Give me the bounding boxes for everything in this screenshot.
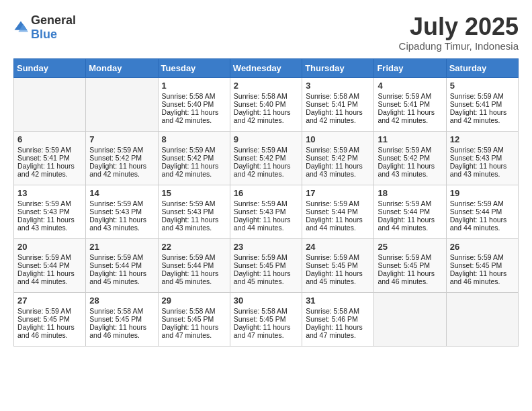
sunrise-text: Sunrise: 5:59 AM [162,199,226,208]
calendar-cell [446,292,518,346]
day-header-sunday: Sunday [14,58,86,77]
logo-general-text: General [31,13,76,27]
calendar-cell: 5Sunrise: 5:59 AMSunset: 5:41 PMDaylight… [446,77,518,131]
sunrise-text: Sunrise: 5:59 AM [378,199,442,208]
day-number: 9 [234,134,298,144]
day-header-monday: Monday [86,58,158,77]
daylight-text: Daylight: 11 hours and 46 minutes. [378,269,442,285]
sunset-text: Sunset: 5:45 PM [378,261,442,269]
sunset-text: Sunset: 5:42 PM [162,154,226,162]
sunset-text: Sunset: 5:41 PM [378,100,442,108]
day-number: 10 [306,134,370,144]
day-number: 29 [162,295,226,306]
sunrise-text: Sunrise: 5:59 AM [378,253,442,261]
sunset-text: Sunset: 5:41 PM [306,100,370,108]
day-number: 8 [162,134,226,144]
daylight-text: Daylight: 11 hours and 44 minutes. [378,216,442,232]
daylight-text: Daylight: 11 hours and 42 minutes. [234,108,298,124]
daylight-text: Daylight: 11 hours and 43 minutes. [378,162,442,178]
calendar-cell: 2Sunrise: 5:58 AMSunset: 5:40 PMDaylight… [230,77,302,131]
day-number: 23 [234,242,298,252]
sunset-text: Sunset: 5:42 PM [306,154,370,162]
sunset-text: Sunset: 5:40 PM [162,100,226,108]
sunset-text: Sunset: 5:42 PM [378,154,442,162]
sunrise-text: Sunrise: 5:58 AM [234,92,298,100]
calendar-cell: 15Sunrise: 5:59 AMSunset: 5:43 PMDayligh… [158,185,230,238]
day-number: 17 [306,188,370,198]
location-subtitle: Cipadung Timur, Indonesia [399,40,519,52]
sunset-text: Sunset: 5:46 PM [306,315,370,323]
daylight-text: Daylight: 11 hours and 42 minutes. [89,162,154,178]
daylight-text: Daylight: 11 hours and 45 minutes. [89,269,154,285]
sunset-text: Sunset: 5:44 PM [162,261,226,269]
sunrise-text: Sunrise: 5:59 AM [234,253,298,261]
calendar-cell: 13Sunrise: 5:59 AMSunset: 5:43 PMDayligh… [14,185,86,238]
daylight-text: Daylight: 11 hours and 46 minutes. [89,323,154,339]
sunrise-text: Sunrise: 5:59 AM [17,307,82,315]
calendar-cell: 8Sunrise: 5:59 AMSunset: 5:42 PMDaylight… [158,131,230,185]
calendar-cell: 11Sunrise: 5:59 AMSunset: 5:42 PMDayligh… [374,131,446,185]
day-number: 1 [162,81,226,91]
day-header-wednesday: Wednesday [230,58,302,77]
sunrise-text: Sunrise: 5:59 AM [450,199,515,208]
day-number: 4 [378,81,442,91]
sunrise-text: Sunrise: 5:58 AM [234,307,298,315]
sunrise-text: Sunrise: 5:59 AM [378,146,442,154]
daylight-text: Daylight: 11 hours and 42 minutes. [450,108,515,124]
calendar-table: SundayMondayTuesdayWednesdayThursdayFrid… [13,58,519,347]
calendar-week-row: 1Sunrise: 5:58 AMSunset: 5:40 PMDaylight… [14,77,519,131]
daylight-text: Daylight: 11 hours and 47 minutes. [162,323,226,339]
sunrise-text: Sunrise: 5:58 AM [306,92,370,100]
sunrise-text: Sunrise: 5:59 AM [450,92,515,100]
calendar-cell: 28Sunrise: 5:58 AMSunset: 5:45 PMDayligh… [86,292,158,346]
day-number: 21 [89,242,154,252]
calendar-cell: 22Sunrise: 5:59 AMSunset: 5:44 PMDayligh… [158,238,230,292]
sunset-text: Sunset: 5:45 PM [450,261,515,269]
daylight-text: Daylight: 11 hours and 47 minutes. [234,323,298,339]
calendar-cell: 4Sunrise: 5:59 AMSunset: 5:41 PMDaylight… [374,77,446,131]
sunset-text: Sunset: 5:44 PM [89,261,154,269]
day-number: 7 [89,134,154,144]
calendar-cell: 26Sunrise: 5:59 AMSunset: 5:45 PMDayligh… [446,238,518,292]
sunset-text: Sunset: 5:45 PM [234,261,298,269]
calendar-cell: 3Sunrise: 5:58 AMSunset: 5:41 PMDaylight… [302,77,374,131]
calendar-cell: 25Sunrise: 5:59 AMSunset: 5:45 PMDayligh… [374,238,446,292]
daylight-text: Daylight: 11 hours and 42 minutes. [17,162,82,178]
day-number: 2 [234,81,298,91]
sunrise-text: Sunrise: 5:59 AM [89,253,154,261]
sunrise-text: Sunrise: 5:59 AM [234,146,298,154]
calendar-cell: 7Sunrise: 5:59 AMSunset: 5:42 PMDaylight… [86,131,158,185]
calendar-cell: 6Sunrise: 5:59 AMSunset: 5:41 PMDaylight… [14,131,86,185]
daylight-text: Daylight: 11 hours and 45 minutes. [234,269,298,285]
sunrise-text: Sunrise: 5:59 AM [306,199,370,208]
daylight-text: Daylight: 11 hours and 43 minutes. [306,162,370,178]
day-number: 3 [306,81,370,91]
sunset-text: Sunset: 5:43 PM [234,208,298,216]
calendar-week-row: 6Sunrise: 5:59 AMSunset: 5:41 PMDaylight… [14,131,519,185]
day-number: 5 [450,81,515,91]
daylight-text: Daylight: 11 hours and 46 minutes. [17,323,82,339]
day-number: 24 [306,242,370,252]
daylight-text: Daylight: 11 hours and 43 minutes. [162,216,226,232]
calendar-cell: 1Sunrise: 5:58 AMSunset: 5:40 PMDaylight… [158,77,230,131]
day-number: 22 [162,242,226,252]
sunrise-text: Sunrise: 5:58 AM [89,307,154,315]
calendar-cell: 29Sunrise: 5:58 AMSunset: 5:45 PMDayligh… [158,292,230,346]
calendar-header-row: SundayMondayTuesdayWednesdayThursdayFrid… [14,58,519,77]
sunrise-text: Sunrise: 5:59 AM [306,146,370,154]
sunset-text: Sunset: 5:43 PM [17,208,82,216]
calendar-week-row: 13Sunrise: 5:59 AMSunset: 5:43 PMDayligh… [14,185,519,238]
sunrise-text: Sunrise: 5:59 AM [306,253,370,261]
daylight-text: Daylight: 11 hours and 44 minutes. [450,216,515,232]
sunset-text: Sunset: 5:44 PM [378,208,442,216]
sunrise-text: Sunrise: 5:59 AM [17,199,82,208]
daylight-text: Daylight: 11 hours and 44 minutes. [234,216,298,232]
sunset-text: Sunset: 5:43 PM [450,154,515,162]
day-number: 18 [378,188,442,198]
daylight-text: Daylight: 11 hours and 42 minutes. [306,108,370,124]
day-header-thursday: Thursday [302,58,374,77]
calendar-cell: 9Sunrise: 5:59 AMSunset: 5:42 PMDaylight… [230,131,302,185]
sunset-text: Sunset: 5:45 PM [234,315,298,323]
calendar-week-row: 20Sunrise: 5:59 AMSunset: 5:44 PMDayligh… [14,238,519,292]
day-number: 19 [450,188,515,198]
